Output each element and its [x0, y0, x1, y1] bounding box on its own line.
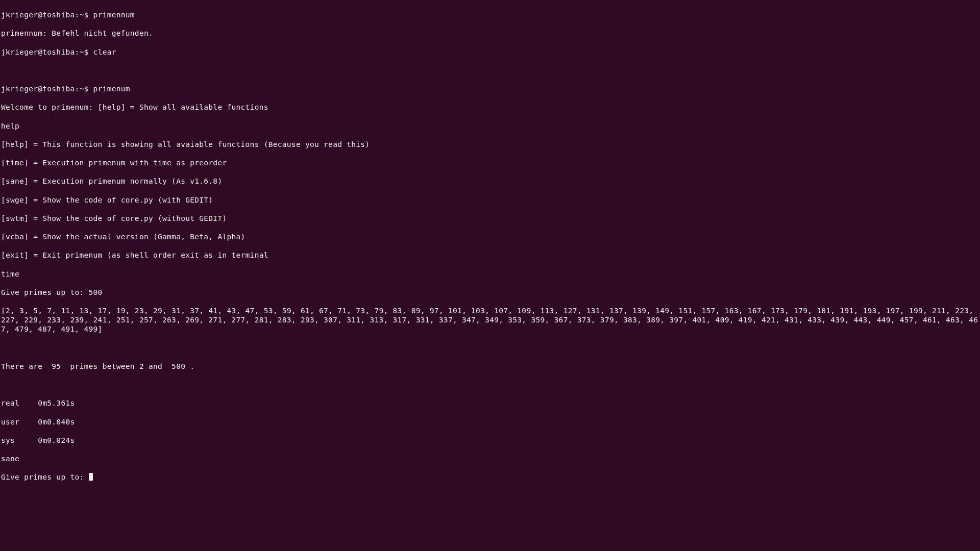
shell-prompt: jkrieger@toshiba:~$	[1, 85, 93, 93]
time-user-line: user 0m0.040s	[1, 417, 979, 427]
help-description-time: [time] = Execution primenum with time as…	[1, 158, 979, 167]
primes-list-output: [2, 3, 5, 7, 11, 13, 17, 19, 23, 29, 31,…	[1, 306, 979, 334]
help-description-vcba: [vcba] = Show the actual version (Gamma,…	[1, 232, 979, 241]
blank-line	[1, 343, 979, 353]
primes-prompt-500: Give primes up to: 500	[1, 288, 979, 297]
welcome-line: Welcome to primenum: [help] = Show all a…	[1, 103, 979, 112]
help-description-help: [help] = This function is showing all av…	[1, 140, 979, 149]
user-input-time: time	[1, 269, 979, 279]
time-sys-line: sys 0m0.024s	[1, 436, 979, 445]
help-description-exit: [exit] = Exit primenum (as shell order e…	[1, 251, 979, 260]
shell-prompt: jkrieger@toshiba:~$	[1, 11, 93, 19]
command-text: primenum	[93, 85, 130, 93]
command-text: primennum	[93, 11, 135, 19]
user-input-help: help	[1, 121, 979, 131]
primes-prompt-text: Give primes up to:	[1, 473, 89, 481]
prompt-line-2: jkrieger@toshiba:~$ clear	[1, 47, 979, 57]
help-description-swtm: [swtm] = Show the code of core.py (witho…	[1, 214, 979, 223]
error-line: primennum: Befehl nicht gefunden.	[1, 29, 979, 38]
shell-prompt: jkrieger@toshiba:~$	[1, 48, 93, 56]
blank-line	[1, 380, 979, 389]
prompt-line-1: jkrieger@toshiba:~$ primennum	[1, 10, 979, 19]
primes-prompt-active: Give primes up to:	[1, 472, 979, 482]
user-input-sane: sane	[1, 454, 979, 463]
help-description-sane: [sane] = Execution primenum normally (As…	[1, 177, 979, 186]
time-real-line: real 0m5.361s	[1, 398, 979, 408]
prompt-line-3: jkrieger@toshiba:~$ primenum	[1, 84, 979, 93]
command-text: clear	[93, 48, 116, 56]
primes-count-line: There are 95 primes between 2 and 500 .	[1, 362, 979, 371]
help-description-swge: [swge] = Show the code of core.py (with …	[1, 195, 979, 205]
blank-line	[1, 66, 979, 75]
terminal-output[interactable]: jkrieger@toshiba:~$ primennum primennum:…	[1, 1, 979, 491]
terminal-cursor[interactable]	[89, 473, 93, 481]
